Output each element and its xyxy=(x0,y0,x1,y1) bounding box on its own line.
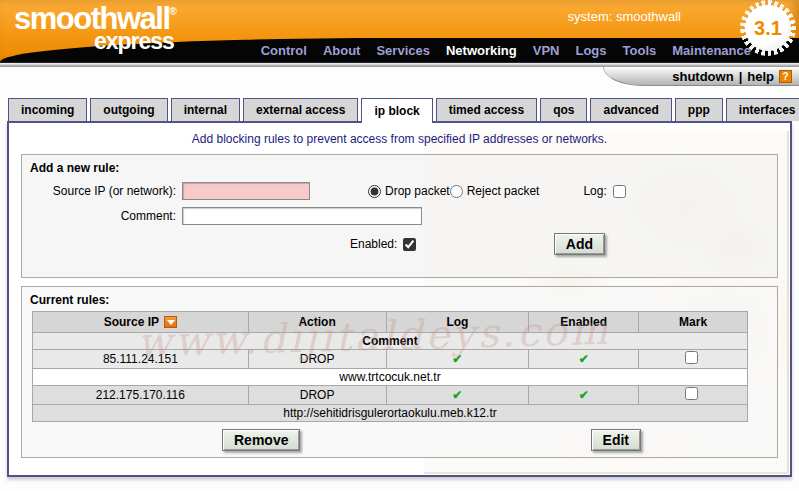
page-root: smoothwall® express system: smoothwall C… xyxy=(0,0,799,477)
table-actions: Remove Edit xyxy=(30,429,769,451)
nav-item-networking[interactable]: Networking xyxy=(446,43,517,58)
source-ip-label: Source IP (or network): xyxy=(30,184,176,198)
source-ip-input[interactable] xyxy=(182,182,310,200)
edit-button[interactable]: Edit xyxy=(591,429,641,451)
sort-desc-icon[interactable] xyxy=(164,316,177,328)
enabled-check-icon: ✔ xyxy=(529,350,639,369)
remove-button[interactable]: Remove xyxy=(222,429,300,451)
rules-header-row: Source IP Action Log Enabled Mark xyxy=(33,312,748,333)
content-panel: Add blocking rules to prevent access fro… xyxy=(7,121,792,477)
tab-external-access[interactable]: external access xyxy=(243,98,358,121)
log-label: Log: xyxy=(583,184,606,198)
version-number: 3.1 xyxy=(745,5,791,51)
column-source-ip[interactable]: Source IP xyxy=(33,312,249,333)
rule-comment: www.trtcocuk.net.tr xyxy=(33,369,748,386)
rule-comment-row: www.trtcocuk.net.tr xyxy=(33,369,748,386)
column-log[interactable]: Log xyxy=(386,312,529,333)
rules-table: Source IP Action Log Enabled Mark Commen… xyxy=(32,311,748,422)
enabled-check-icon: ✔ xyxy=(529,386,639,405)
tab-incoming[interactable]: incoming xyxy=(8,98,87,121)
page-description: Add blocking rules to prevent access fro… xyxy=(9,132,790,146)
tab-ip-block[interactable]: ip block xyxy=(361,98,432,123)
tab-internal[interactable]: internal xyxy=(171,98,240,121)
reject-packet-label: Reject packet xyxy=(467,184,540,198)
rule-source-ip: 212.175.170.116 xyxy=(33,386,249,405)
comment-row: Comment: xyxy=(30,207,769,225)
comment-label: Comment: xyxy=(30,209,176,223)
rule-row: 85.111.24.151 DROP ✔ ✔ xyxy=(33,350,748,369)
rule-mark-cell xyxy=(639,386,748,405)
comment-input[interactable] xyxy=(182,207,422,225)
tab-interfaces[interactable]: interfaces xyxy=(726,98,799,121)
mark-checkbox[interactable] xyxy=(685,387,698,400)
nav-item-vpn[interactable]: VPN xyxy=(533,43,560,58)
log-check-icon: ✔ xyxy=(386,350,529,369)
reject-packet-radio[interactable] xyxy=(450,185,463,198)
column-mark[interactable]: Mark xyxy=(639,312,748,333)
tab-bar: incoming outgoing internal external acce… xyxy=(8,98,799,121)
log-checkbox[interactable] xyxy=(613,185,626,198)
column-action[interactable]: Action xyxy=(248,312,386,333)
add-button[interactable]: Add xyxy=(554,233,605,255)
column-enabled[interactable]: Enabled xyxy=(529,312,639,333)
tab-ppp[interactable]: ppp xyxy=(675,98,723,121)
nav-item-services[interactable]: Services xyxy=(376,43,430,58)
action-radio-group: Drop packet Reject packet Log: xyxy=(368,184,630,198)
rule-row: 212.175.170.116 DROP ✔ ✔ xyxy=(33,386,748,405)
shutdown-link[interactable]: shutdown xyxy=(672,69,733,84)
help-icon[interactable]: ? xyxy=(779,70,792,83)
help-link[interactable]: help xyxy=(747,69,774,84)
link-separator: | xyxy=(739,69,743,84)
mark-checkbox[interactable] xyxy=(685,351,698,364)
rule-comment-row: http://sehitidrisgulerortaokulu.meb.k12.… xyxy=(33,405,748,422)
log-check-icon: ✔ xyxy=(386,386,529,405)
rule-action: DROP xyxy=(248,350,386,369)
drop-packet-radio[interactable] xyxy=(368,185,381,198)
header: smoothwall® express system: smoothwall C… xyxy=(0,0,799,62)
tab-advanced[interactable]: advanced xyxy=(590,98,671,121)
smoothwall-logo: smoothwall® express xyxy=(14,3,177,53)
nav-item-tools[interactable]: Tools xyxy=(623,43,657,58)
shutdown-help-bar: shutdown | help ? xyxy=(603,67,799,86)
source-ip-row: Source IP (or network): Drop packet Reje… xyxy=(30,182,769,200)
rule-mark-cell xyxy=(639,350,748,369)
system-label: system: smoothwall xyxy=(568,9,681,24)
add-rule-title: Add a new rule: xyxy=(30,161,769,175)
nav-item-control[interactable]: Control xyxy=(261,43,307,58)
tab-qos[interactable]: qos xyxy=(540,98,587,121)
add-rule-section: Add a new rule: Source IP (or network): … xyxy=(21,154,778,278)
comment-header-label: Comment xyxy=(33,333,748,350)
comment-header-row: Comment xyxy=(33,333,748,350)
rule-source-ip: 85.111.24.151 xyxy=(33,350,249,369)
version-badge: 3.1 xyxy=(740,0,796,56)
tab-timed-access[interactable]: timed access xyxy=(436,98,537,121)
registered-mark: ® xyxy=(170,6,177,17)
nav-item-about[interactable]: About xyxy=(323,43,361,58)
rule-comment: http://sehitidrisgulerortaokulu.meb.k12.… xyxy=(33,405,748,422)
current-rules-title: Current rules: xyxy=(30,293,769,307)
enabled-checkbox[interactable] xyxy=(403,238,416,251)
enabled-label: Enabled: xyxy=(350,237,397,251)
current-rules-section: Current rules: www.dijitaldeys.com Sourc… xyxy=(21,286,778,458)
tab-outgoing[interactable]: outgoing xyxy=(90,98,167,121)
rule-action: DROP xyxy=(248,386,386,405)
drop-packet-label: Drop packet xyxy=(385,184,450,198)
nav-item-logs[interactable]: Logs xyxy=(575,43,606,58)
